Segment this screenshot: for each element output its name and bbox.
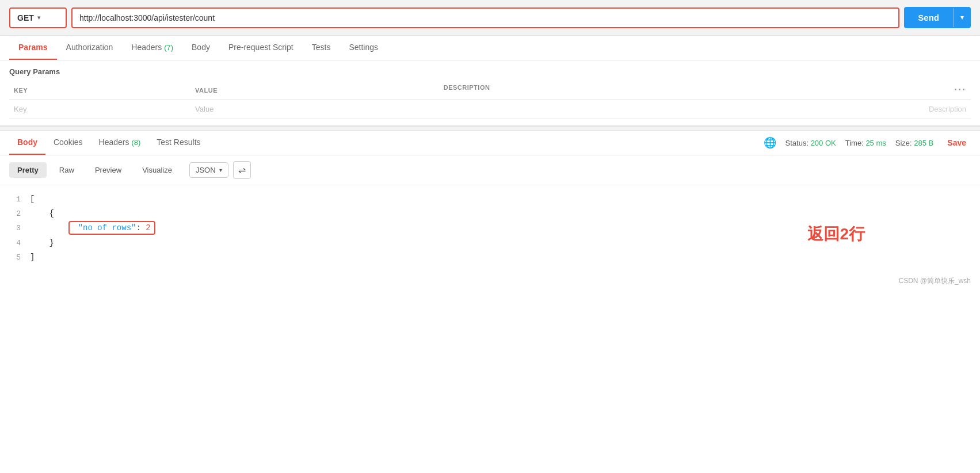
time-group: Time: 25 ms xyxy=(845,139,886,147)
json-value-2: 2 xyxy=(141,223,151,232)
response-tabs-bar: Body Cookies Headers (8) Test Results 🌐 … xyxy=(0,131,980,155)
col-key-header: KEY xyxy=(9,81,190,100)
status-group: Status: 200 OK xyxy=(785,139,836,147)
footer: CSDN @简单快乐_wsh xyxy=(0,272,980,291)
code-obj-open: { xyxy=(30,207,54,221)
status-label: Status: xyxy=(785,139,809,147)
line-num-5: 5 xyxy=(9,251,21,264)
time-label: Time: xyxy=(845,139,864,147)
tab-body[interactable]: Body xyxy=(182,36,219,60)
table-row: Key Value Description xyxy=(9,100,971,119)
send-dropdown-arrow: ▾ xyxy=(953,8,971,27)
tab-tests[interactable]: Tests xyxy=(303,36,340,60)
send-label: Send xyxy=(904,7,953,28)
line-num-4: 4 xyxy=(9,236,21,250)
code-bracket-open: [ xyxy=(30,192,35,207)
wrap-icon: ⇌ xyxy=(238,165,246,176)
size-value: 285 B xyxy=(914,139,933,147)
annotation-text: 返回2行 xyxy=(807,220,865,249)
code-obj-close: } xyxy=(30,236,54,250)
line-num-2: 2 xyxy=(9,207,21,220)
params-table: KEY VALUE DESCRIPTION ··· Key Value Desc… xyxy=(9,81,971,119)
format-tab-pretty[interactable]: Pretty xyxy=(9,162,47,178)
request-tabs-bar: Params Authorization Headers (7) Body Pr… xyxy=(0,36,980,60)
method-selector[interactable]: GET ▾ xyxy=(9,7,67,28)
code-area: 1 [ 2 { 3 "no of rows": 2 4 } 5 ] xyxy=(0,185,980,272)
tab-settings[interactable]: Settings xyxy=(340,36,387,60)
method-label: GET xyxy=(17,13,34,22)
code-line-1: 1 [ xyxy=(9,192,971,207)
query-params-title: Query Params xyxy=(9,67,971,76)
tab-headers-badge: (7) xyxy=(164,43,173,52)
size-group: Size: 285 B xyxy=(895,139,934,147)
query-params-section: Query Params KEY VALUE DESCRIPTION ··· K… xyxy=(0,60,980,126)
response-tab-cookies[interactable]: Cookies xyxy=(45,131,91,155)
format-tab-preview[interactable]: Preview xyxy=(87,162,129,178)
code-line-5: 5 ] xyxy=(9,250,971,265)
format-tab-raw[interactable]: Raw xyxy=(51,162,82,178)
format-bar: Pretty Raw Preview Visualize JSON ▾ ⇌ xyxy=(0,155,980,185)
col-value-header: VALUE xyxy=(190,81,439,100)
code-bracket-close: ] xyxy=(30,250,35,265)
response-meta: 🌐 Status: 200 OK Time: 25 ms Size: 285 B… xyxy=(764,136,971,149)
line-num-3: 3 xyxy=(9,222,21,235)
code-keyvalue: "no of rows": 2 xyxy=(30,221,155,235)
response-tab-body[interactable]: Body xyxy=(9,131,45,155)
tab-authorization[interactable]: Authorization xyxy=(57,36,123,60)
tab-headers[interactable]: Headers (7) xyxy=(122,36,182,60)
size-label: Size: xyxy=(895,139,912,147)
format-type-selected: JSON xyxy=(196,166,216,174)
format-type-dropdown[interactable]: JSON ▾ xyxy=(189,162,228,178)
annotated-keyvalue: "no of rows": 2 xyxy=(68,221,155,235)
response-section: Body Cookies Headers (8) Test Results 🌐 … xyxy=(0,131,980,272)
url-input-wrapper xyxy=(71,7,899,28)
response-headers-badge: (8) xyxy=(131,138,140,147)
key-placeholder[interactable]: Key xyxy=(9,100,190,119)
json-key-no-of-rows: "no of rows" xyxy=(78,223,136,232)
response-tab-test-results[interactable]: Test Results xyxy=(148,131,208,155)
tab-pre-request[interactable]: Pre-request Script xyxy=(219,36,303,60)
desc-placeholder[interactable]: Description xyxy=(439,100,971,119)
method-chevron: ▾ xyxy=(37,14,40,21)
globe-icon: 🌐 xyxy=(764,136,776,149)
line-num-1: 1 xyxy=(9,193,21,206)
footer-text: CSDN @简单快乐_wsh xyxy=(898,276,971,286)
top-bar: GET ▾ Send ▾ xyxy=(0,0,980,36)
value-placeholder[interactable]: Value xyxy=(190,100,439,119)
time-value: 25 ms xyxy=(865,139,886,147)
section-divider xyxy=(0,126,980,131)
format-tab-visualize[interactable]: Visualize xyxy=(134,162,180,178)
status-value: 200 OK xyxy=(811,139,836,147)
send-button[interactable]: Send ▾ xyxy=(904,7,971,28)
json-colon: : xyxy=(136,223,140,232)
more-options[interactable]: ··· xyxy=(954,84,966,96)
col-desc-header: DESCRIPTION ··· xyxy=(439,81,971,100)
code-line-2: 2 { xyxy=(9,207,971,221)
save-button[interactable]: Save xyxy=(943,138,971,147)
url-input[interactable] xyxy=(79,13,891,22)
wrap-toggle-button[interactable]: ⇌ xyxy=(233,161,251,179)
response-tab-headers[interactable]: Headers (8) xyxy=(91,131,149,155)
tab-params[interactable]: Params xyxy=(9,36,57,60)
dropdown-arrow-icon: ▾ xyxy=(219,167,222,173)
